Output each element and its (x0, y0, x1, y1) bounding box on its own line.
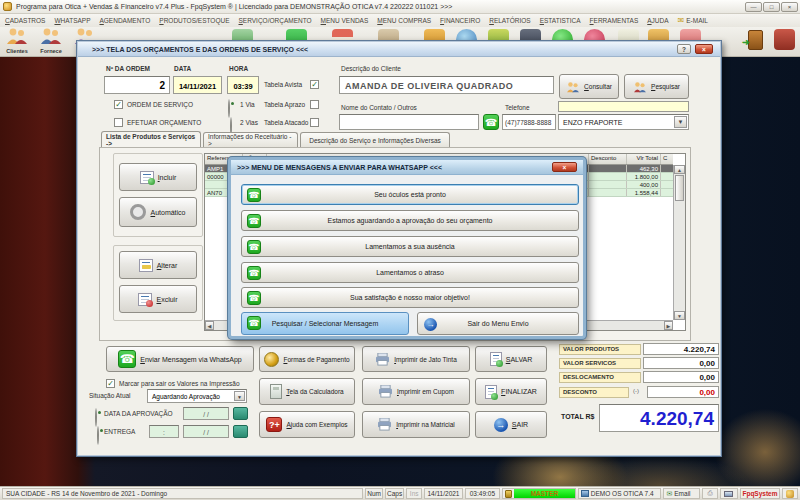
data-aprovacao-radio[interactable] (95, 408, 97, 427)
menu-compras[interactable]: MENU COMPRAS (377, 17, 431, 24)
menu-relatorios[interactable]: RELATÓRIOS (489, 17, 530, 24)
salvar-button[interactable]: SALVAR (475, 346, 547, 372)
formas-pagamento-button[interactable]: Formas de Pagamento (259, 346, 355, 372)
vendedor-dropdown[interactable]: ENZO FRAPORTE ▼ (558, 114, 689, 130)
orders-window-title: >>> TELA DOS ORÇAMENTOS E DAS ORDENS DE … (92, 46, 308, 53)
col-desconto[interactable]: Desconto (589, 154, 627, 164)
entrega-radio[interactable] (97, 426, 99, 445)
menu-estatistica[interactable]: ESTATISTICA (540, 17, 581, 24)
finalizar-button[interactable]: FINALIZAR (475, 378, 547, 405)
exit-arrow-icon: → (494, 418, 508, 432)
maximize-button[interactable]: □ (763, 2, 780, 12)
vertical-scrollbar[interactable]: ▲ ▼ (673, 165, 685, 320)
status-printer-icon[interactable]: ⎙ (702, 488, 718, 499)
tabela-aprazo-checkbox[interactable] (310, 100, 319, 109)
toolbar-icon[interactable] (774, 29, 795, 50)
imprimir-jato-button[interactable]: Imprimir de Jato Tinta (362, 346, 470, 372)
contato-label: Nome do Contato / Outros (341, 104, 417, 111)
message-aguardando-button[interactable]: ☎ Estamos aguardando a aprovação do seu … (241, 210, 579, 231)
tab-descricao-servico[interactable]: Descrição do Serviço e Informações Diver… (300, 132, 450, 147)
ordem-servico-checkbox[interactable]: ✓ (114, 100, 123, 109)
valor-servicos-value: 0,00 (643, 357, 719, 369)
message-pronto-button[interactable]: ☎ Seu óculos está pronto (241, 184, 579, 205)
orders-window-titlebar: >>> TELA DOS ORÇAMENTOS E DAS ORDENS DE … (78, 42, 720, 57)
sair-menu-envio-button[interactable]: → Sair do Menu Envio (417, 312, 579, 335)
excluir-button[interactable]: Excluir (119, 285, 197, 313)
data-aprovacao-field[interactable]: / / (183, 407, 229, 420)
modal-close-button[interactable]: × (552, 162, 577, 172)
menu-ferramentas[interactable]: FERRAMENTAS (590, 17, 639, 24)
valores-impressao-checkbox[interactable]: ✓ (106, 379, 115, 388)
enviar-whatsapp-button[interactable]: ☎ Enviar Mensagem via WhatsApp (106, 346, 254, 372)
status-date: 14/11/2021 (424, 488, 463, 499)
alterar-button[interactable]: Alterar (119, 251, 197, 279)
tabela-aprazo-label: Tabela Aprazo (264, 101, 305, 108)
date-field[interactable]: 14/11/2021 (173, 76, 222, 94)
situacao-dropdown[interactable]: Aguardando Aprovação ▼ (147, 389, 247, 403)
tabela-atacado-checkbox[interactable] (310, 118, 319, 127)
order-number-field[interactable]: 2 (104, 76, 170, 94)
menu-financeiro[interactable]: FINANCEIRO (440, 17, 480, 24)
deslocamento-value: 0,00 (643, 371, 719, 383)
window-close-button[interactable]: × (695, 44, 713, 54)
menu-vendas[interactable]: MENU VENDAS (321, 17, 369, 24)
entrega-data-field[interactable]: / / (183, 425, 229, 438)
hora-field[interactable]: 03:39 (227, 76, 259, 94)
imprimir-matricial-button[interactable]: Imprimir na Matricial (362, 411, 470, 438)
vendedor-highlight-field[interactable] (558, 101, 689, 112)
telefone-field[interactable]: (47)77888-8888 (502, 114, 556, 130)
tab-informacoes-receituario[interactable]: Informações do Receituário -> (203, 132, 298, 147)
status-ins: Ins (406, 488, 422, 499)
tabela-avista-checkbox[interactable]: ✓ (310, 80, 319, 89)
chevron-down-icon[interactable]: ▼ (674, 116, 687, 128)
ajuda-exemplos-button[interactable]: ?+ Ajuda com Exemplos (259, 411, 355, 438)
menu-servico[interactable]: SERVIÇO/ORÇAMENTO (238, 17, 311, 24)
data-aprovacao-label: DATA DA APROVAÇÃO (104, 410, 173, 417)
chevron-down-icon[interactable]: ▼ (234, 391, 245, 401)
tela-calculadora-button[interactable]: Tela da Calculadora (259, 378, 355, 405)
incluir-button[interactable]: Incluir (119, 163, 197, 191)
telefone-label: Telefone (505, 104, 530, 111)
menu-cadastros[interactable]: CADASTROS (5, 17, 45, 24)
people-icon (633, 81, 647, 93)
tab-lista-produtos[interactable]: Lista de Produtos e Serviços -> (101, 131, 201, 147)
message-atraso-button[interactable]: ☎ Lamentamos o atraso (241, 262, 579, 283)
whatsapp-icon: ☎ (247, 188, 261, 202)
status-email[interactable]: ✉ Email (663, 488, 700, 499)
imprimir-cupom-button[interactable]: Imprimir em Cupom (362, 378, 470, 405)
message-ausencia-button[interactable]: ☎ Lamentamos a sua ausência (241, 236, 579, 257)
consultar-button[interactable]: Consultar (559, 74, 619, 99)
col-vlr-total[interactable]: Vlr Total (627, 154, 661, 164)
message-satisfacao-button[interactable]: ☎ Sua satisfação é nosso maior objetivo! (241, 287, 579, 308)
col-c[interactable]: C (661, 154, 673, 164)
calendar-button[interactable] (233, 407, 248, 420)
close-button[interactable]: × (781, 2, 798, 12)
status-network-icon[interactable] (720, 488, 738, 499)
deslocamento-label: DESLOCAMENTO (559, 372, 641, 383)
minimize-button[interactable]: — (745, 2, 762, 12)
calendar-button[interactable] (233, 425, 248, 438)
entrega-hora-field[interactable]: : (149, 425, 179, 438)
exit-door-icon[interactable]: ➜ (748, 30, 763, 50)
contato-field[interactable] (339, 114, 479, 130)
pesquisar-button[interactable]: Pesquisar (624, 74, 689, 99)
menu-agendamento[interactable]: AGENDAMENTO (99, 17, 150, 24)
window-help-button[interactable]: ? (677, 44, 691, 54)
status-location: SUA CIDADE - RS 14 de Novembro de 2021 -… (2, 488, 363, 499)
toolbar-fornecedores[interactable]: Fornece (36, 28, 66, 54)
automatico-button[interactable]: Automático (119, 197, 197, 227)
sair-button[interactable]: → SAIR (475, 411, 547, 438)
efetuar-orcamento-checkbox[interactable] (114, 118, 123, 127)
desconto-label: DESCONTO (559, 387, 629, 398)
radio-1via[interactable] (228, 99, 230, 118)
toolbar-clientes[interactable]: Clientes (2, 28, 32, 54)
printer-icon (375, 353, 390, 366)
cliente-field[interactable]: AMANDA DE OLIVEIRA QUADRADO (339, 76, 554, 94)
menu-email[interactable]: ✉E-MAIL (678, 16, 708, 25)
delete-record-icon (138, 293, 152, 306)
menu-produtos[interactable]: PRODUTOS/ESTOQUE (159, 17, 229, 24)
menu-whatsapp[interactable]: WHATSAPP (54, 17, 90, 24)
pesquisar-mensagem-button[interactable]: ☎ Pesquisar / Selecionar Mensagem (241, 312, 409, 335)
whatsapp-icon[interactable]: ☎ (483, 114, 499, 130)
menu-ajuda[interactable]: AJUDA (647, 17, 668, 24)
